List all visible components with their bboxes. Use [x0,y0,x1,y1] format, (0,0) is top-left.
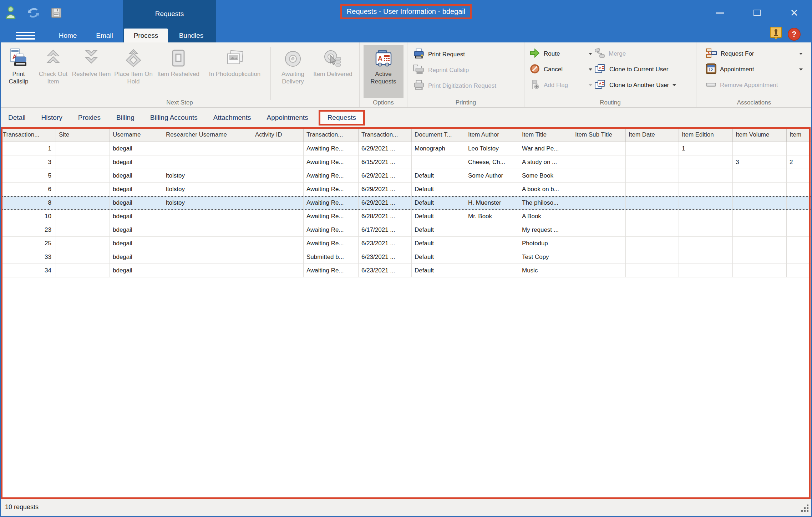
tab-process[interactable]: Process [124,29,168,42]
tab-requests[interactable]: Requests [319,110,365,126]
table-cell: A Book [519,210,572,223]
column-header[interactable]: Site [56,128,110,142]
tab-detail[interactable]: Detail [3,111,31,125]
print-digitization-request-button[interactable]: Print Digitization Request [413,78,524,94]
minimize-button[interactable] [713,6,727,20]
tab-billing[interactable]: Billing [111,111,140,125]
column-header[interactable]: Username [110,128,163,142]
column-header[interactable]: Activity ID [252,128,304,142]
route-button[interactable]: Route [529,46,592,62]
merge-icon [594,48,605,60]
place-item-on-hold-button[interactable]: Place Item On Hold [111,45,156,98]
table-cell: My request ... [519,223,572,237]
table-cell: bdegail [110,197,163,209]
group-label: Options [360,99,407,106]
dropdown-caret[interactable] [673,84,676,86]
clone-to-current-user-button[interactable]: A Clone to Current User [594,62,694,77]
column-header[interactable]: Researcher Username [163,128,252,142]
about-badge-icon[interactable] [770,27,782,41]
table-cell: Default [412,183,465,196]
remove-appointment-button[interactable]: Remove Appointment [706,77,803,93]
column-header[interactable]: Item Author [465,128,519,142]
tab-attachments[interactable]: Attachments [208,111,257,125]
reshelve-item-button[interactable]: Reshelve Item [71,45,111,98]
table-cell [465,250,519,264]
print-callslip-button[interactable]: A Print Callslip [2,45,35,98]
dropdown-caret[interactable] [799,68,803,71]
close-button[interactable]: × [787,6,801,20]
table-cell [252,210,304,223]
table-row[interactable]: 10bdegailAwaiting Re...6/28/2021 ...Defa… [0,210,812,223]
table-cell [252,237,304,250]
column-header[interactable]: Item Title [519,128,572,142]
column-header[interactable]: Transaction... [0,128,56,142]
table-cell [163,223,252,237]
table-row[interactable]: 33bdegailSubmitted b...6/23/2021 ...Defa… [0,250,812,264]
tab-home[interactable]: Home [50,29,86,42]
appointment-button[interactable]: 12 Appointment [706,62,803,77]
table-row[interactable]: 34bdegailAwaiting Re...6/23/2021 ...Defa… [0,264,812,277]
dropdown-caret[interactable] [589,68,592,71]
user-icon[interactable] [4,6,17,20]
table-row[interactable]: 5bdegailltolstoyAwaiting Re...6/29/2021 … [0,169,812,183]
tab-history[interactable]: History [36,111,68,125]
add-flag-button[interactable]: Add Flag [529,77,592,93]
awaiting-delivery-button[interactable]: Awaiting Delivery [273,45,313,98]
table-row[interactable]: 6bdegailltolstoyAwaiting Re...6/29/2021 … [0,183,812,196]
sync-icon[interactable] [27,6,40,20]
column-header[interactable]: Item Sub Title [572,128,626,142]
table-row[interactable]: 1bdegailAwaiting Re...6/29/2021 ...Monog… [0,142,812,155]
table-row[interactable]: 25bdegailAwaiting Re...6/23/2021 ...Defa… [0,237,812,250]
save-icon[interactable] [50,6,63,20]
tab-email[interactable]: Email [88,29,121,42]
cancel-button[interactable]: Cancel [529,62,592,77]
column-header[interactable]: Transaction... [359,128,412,142]
dropdown-caret[interactable] [799,53,803,55]
table-row[interactable]: 23bdegailAwaiting Re...6/17/2021 ...Defa… [0,223,812,237]
merge-button[interactable]: Merge [594,46,694,62]
in-photoduplication-button[interactable]: In Photoduplication [201,45,268,98]
table-cell: bdegail [110,250,163,264]
tab-bundles[interactable]: Bundles [171,29,211,42]
column-header[interactable]: Transaction... [304,128,359,142]
column-header[interactable]: Item Date [626,128,679,142]
maximize-button[interactable] [750,6,764,20]
print-request-button[interactable]: Print Request [413,47,524,62]
dropdown-caret[interactable] [589,84,592,86]
item-delivered-button[interactable]: Item Delivered [313,45,353,98]
table-cell [252,197,304,209]
table-cell: Awaiting Re... [304,197,359,209]
app-window: Requests Requests - User Information - b… [0,0,812,517]
table-cell [163,155,252,169]
table-cell: Default [412,169,465,183]
column-header[interactable]: Item [787,128,812,142]
resize-grip[interactable] [801,505,809,514]
request-for-button[interactable]: Request For [706,46,803,62]
tab-proxies[interactable]: Proxies [73,111,106,125]
table-cell: Default [412,237,465,250]
column-header[interactable]: Item Volume [733,128,787,142]
printer-gray-icon [413,80,425,93]
table-row[interactable]: 3bdegailAwaiting Re...6/15/2021 ...Chees… [0,155,812,169]
column-header[interactable]: Document T... [412,128,465,142]
dropdown-caret[interactable] [589,53,592,55]
check-out-item-button[interactable]: Check Out Item [35,45,71,98]
table-cell: Default [412,264,465,277]
clone-to-another-user-button[interactable]: A Clone to Another User [594,77,694,93]
tab-billing-accounts[interactable]: Billing Accounts [145,111,203,125]
table-cell: 6/17/2021 ... [359,223,412,237]
table-row[interactable]: 8bdegailltolstoyAwaiting Re...6/29/2021 … [0,196,812,210]
help-icon[interactable]: ? [788,28,801,41]
active-requests-button[interactable]: A Active Requests [364,45,404,98]
reprint-callslip-button[interactable]: Reprint Callslip [413,62,524,78]
table-cell [787,264,812,277]
item-reshelved-button[interactable]: Item Reshelved [156,45,201,98]
menu-button[interactable] [16,29,35,42]
tab-appointments[interactable]: Appointments [261,111,313,125]
column-header[interactable]: Item Edition [679,128,733,142]
table-cell [626,210,679,223]
table-cell: Awaiting Re... [304,223,359,237]
table-cell: bdegail [110,223,163,237]
table-cell [572,223,626,237]
table-cell [252,264,304,277]
